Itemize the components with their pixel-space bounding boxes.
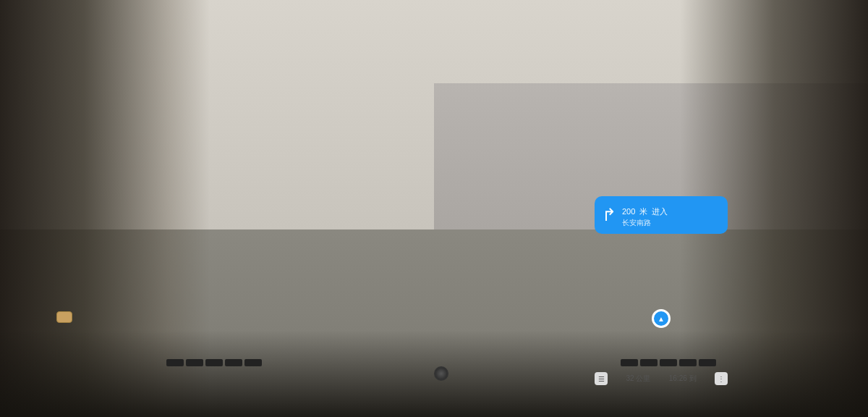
vent-slot xyxy=(186,359,203,366)
vent-slot xyxy=(205,359,223,366)
vent-slot xyxy=(640,359,658,366)
vent-slot xyxy=(679,359,697,366)
vent-right xyxy=(621,359,716,366)
map-location-pin xyxy=(652,309,671,328)
screen-knob[interactable] xyxy=(434,366,448,381)
navigation-card[interactable]: ↱ 200 米 进入 长安南路 xyxy=(595,196,728,234)
vent-left xyxy=(166,359,262,366)
vent-slot xyxy=(699,359,716,366)
dashboard-controls xyxy=(166,345,716,417)
vent-slot xyxy=(225,359,242,366)
map-options-icon[interactable]: ⋮ xyxy=(715,372,728,385)
wrist-watch xyxy=(56,311,72,323)
vent-slot xyxy=(244,359,262,366)
nav-road-name: 长安南路 xyxy=(622,218,720,228)
vent-slot xyxy=(621,359,638,366)
nav-info: 200 米 进入 长安南路 xyxy=(622,202,720,228)
nav-distance: 200 米 进入 xyxy=(622,202,720,216)
turn-arrow-icon: ↱ xyxy=(602,206,616,224)
vent-slot xyxy=(166,359,184,366)
vent-slot xyxy=(660,359,677,366)
